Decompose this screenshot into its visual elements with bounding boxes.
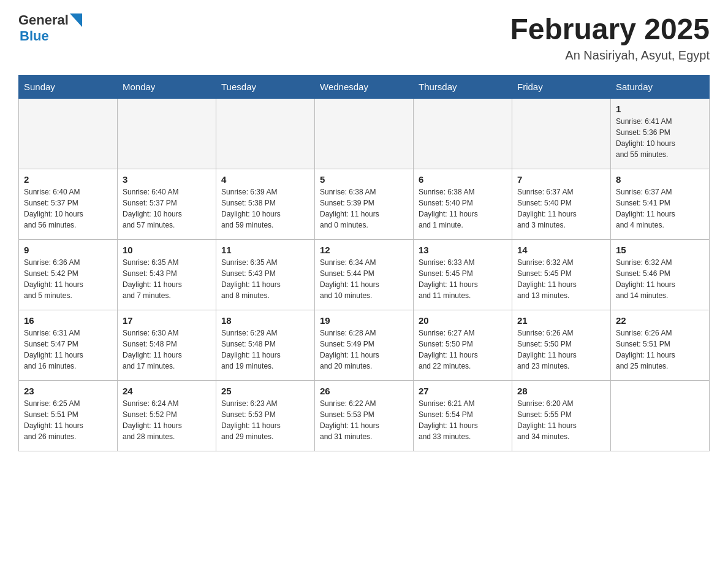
day-number: 26: [320, 386, 408, 396]
day-info: Sunrise: 6:35 AM Sunset: 5:43 PM Dayligh…: [123, 257, 211, 301]
day-number: 18: [221, 315, 309, 326]
weekday-header: Tuesday: [216, 75, 315, 99]
calendar-cell: 25Sunrise: 6:23 AM Sunset: 5:53 PM Dayli…: [216, 381, 315, 451]
day-info: Sunrise: 6:32 AM Sunset: 5:45 PM Dayligh…: [517, 257, 605, 301]
weekday-header: Monday: [118, 75, 216, 99]
weekday-header: Saturday: [611, 75, 710, 99]
day-number: 13: [419, 245, 507, 255]
day-number: 6: [419, 174, 507, 185]
calendar-week-row: 9Sunrise: 6:36 AM Sunset: 5:42 PM Daylig…: [19, 240, 710, 310]
day-info: Sunrise: 6:32 AM Sunset: 5:46 PM Dayligh…: [616, 257, 704, 301]
day-info: Sunrise: 6:20 AM Sunset: 5:55 PM Dayligh…: [517, 398, 605, 442]
calendar-cell: 14Sunrise: 6:32 AM Sunset: 5:45 PM Dayli…: [512, 240, 611, 310]
calendar-cell: [19, 99, 118, 169]
calendar-cell: 20Sunrise: 6:27 AM Sunset: 5:50 PM Dayli…: [414, 310, 512, 381]
day-info: Sunrise: 6:27 AM Sunset: 5:50 PM Dayligh…: [419, 327, 507, 372]
day-info: Sunrise: 6:33 AM Sunset: 5:45 PM Dayligh…: [419, 257, 507, 301]
calendar-cell: 1Sunrise: 6:41 AM Sunset: 5:36 PM Daylig…: [611, 99, 710, 169]
day-info: Sunrise: 6:34 AM Sunset: 5:44 PM Dayligh…: [320, 257, 408, 301]
calendar-cell: 2Sunrise: 6:40 AM Sunset: 5:37 PM Daylig…: [19, 169, 118, 240]
calendar-cell: [414, 99, 512, 169]
day-number: 7: [517, 174, 605, 185]
day-number: 22: [616, 315, 704, 326]
day-number: 16: [24, 315, 112, 326]
day-info: Sunrise: 6:23 AM Sunset: 5:53 PM Dayligh…: [221, 398, 309, 442]
day-number: 25: [221, 386, 309, 396]
svg-marker-0: [70, 13, 82, 27]
calendar-cell: 17Sunrise: 6:30 AM Sunset: 5:48 PM Dayli…: [118, 310, 216, 381]
calendar-cell: 6Sunrise: 6:38 AM Sunset: 5:40 PM Daylig…: [414, 169, 512, 240]
logo-blue: Blue: [20, 28, 49, 44]
day-number: 8: [616, 174, 704, 185]
day-number: 9: [24, 245, 112, 255]
calendar-cell: [611, 381, 710, 451]
calendar-cell: 3Sunrise: 6:40 AM Sunset: 5:37 PM Daylig…: [118, 169, 216, 240]
logo: General Blue: [18, 12, 82, 44]
day-info: Sunrise: 6:25 AM Sunset: 5:51 PM Dayligh…: [24, 398, 112, 442]
calendar-cell: [315, 99, 414, 169]
calendar-cell: 18Sunrise: 6:29 AM Sunset: 5:48 PM Dayli…: [216, 310, 315, 381]
calendar-title: February 2025: [510, 12, 710, 46]
calendar-cell: 22Sunrise: 6:26 AM Sunset: 5:51 PM Dayli…: [611, 310, 710, 381]
calendar-cell: 13Sunrise: 6:33 AM Sunset: 5:45 PM Dayli…: [414, 240, 512, 310]
calendar-cell: 23Sunrise: 6:25 AM Sunset: 5:51 PM Dayli…: [19, 381, 118, 451]
calendar-cell: 15Sunrise: 6:32 AM Sunset: 5:46 PM Dayli…: [611, 240, 710, 310]
day-info: Sunrise: 6:38 AM Sunset: 5:40 PM Dayligh…: [419, 186, 507, 231]
day-number: 2: [24, 174, 112, 185]
day-info: Sunrise: 6:26 AM Sunset: 5:51 PM Dayligh…: [616, 327, 704, 372]
day-info: Sunrise: 6:41 AM Sunset: 5:36 PM Dayligh…: [616, 116, 704, 160]
day-info: Sunrise: 6:28 AM Sunset: 5:49 PM Dayligh…: [320, 327, 408, 372]
day-number: 5: [320, 174, 408, 185]
calendar-cell: 11Sunrise: 6:35 AM Sunset: 5:43 PM Dayli…: [216, 240, 315, 310]
day-number: 12: [320, 245, 408, 255]
day-info: Sunrise: 6:24 AM Sunset: 5:52 PM Dayligh…: [123, 398, 211, 442]
day-number: 4: [221, 174, 309, 185]
day-number: 23: [24, 386, 112, 396]
weekday-header: Wednesday: [315, 75, 414, 99]
day-number: 28: [517, 386, 605, 396]
day-info: Sunrise: 6:40 AM Sunset: 5:37 PM Dayligh…: [123, 186, 211, 231]
weekday-header: Sunday: [19, 75, 118, 99]
day-info: Sunrise: 6:38 AM Sunset: 5:39 PM Dayligh…: [320, 186, 408, 231]
day-info: Sunrise: 6:22 AM Sunset: 5:53 PM Dayligh…: [320, 398, 408, 442]
day-info: Sunrise: 6:31 AM Sunset: 5:47 PM Dayligh…: [24, 327, 112, 372]
calendar-cell: 21Sunrise: 6:26 AM Sunset: 5:50 PM Dayli…: [512, 310, 611, 381]
day-info: Sunrise: 6:30 AM Sunset: 5:48 PM Dayligh…: [123, 327, 211, 372]
calendar-cell: 10Sunrise: 6:35 AM Sunset: 5:43 PM Dayli…: [118, 240, 216, 310]
calendar-cell: [512, 99, 611, 169]
weekday-header-row: SundayMondayTuesdayWednesdayThursdayFrid…: [19, 75, 710, 99]
calendar-week-row: 2Sunrise: 6:40 AM Sunset: 5:37 PM Daylig…: [19, 169, 710, 240]
calendar-table: SundayMondayTuesdayWednesdayThursdayFrid…: [18, 75, 710, 451]
calendar-cell: [216, 99, 315, 169]
calendar-cell: 26Sunrise: 6:22 AM Sunset: 5:53 PM Dayli…: [315, 381, 414, 451]
day-info: Sunrise: 6:36 AM Sunset: 5:42 PM Dayligh…: [24, 257, 112, 301]
day-info: Sunrise: 6:40 AM Sunset: 5:37 PM Dayligh…: [24, 186, 112, 231]
day-number: 21: [517, 315, 605, 326]
weekday-header: Thursday: [414, 75, 512, 99]
day-info: Sunrise: 6:37 AM Sunset: 5:40 PM Dayligh…: [517, 186, 605, 231]
calendar-cell: 19Sunrise: 6:28 AM Sunset: 5:49 PM Dayli…: [315, 310, 414, 381]
calendar-cell: 8Sunrise: 6:37 AM Sunset: 5:41 PM Daylig…: [611, 169, 710, 240]
logo-triangle-icon: [70, 13, 82, 27]
calendar-cell: 7Sunrise: 6:37 AM Sunset: 5:40 PM Daylig…: [512, 169, 611, 240]
day-info: Sunrise: 6:21 AM Sunset: 5:54 PM Dayligh…: [419, 398, 507, 442]
calendar-week-row: 1Sunrise: 6:41 AM Sunset: 5:36 PM Daylig…: [19, 99, 710, 169]
day-info: Sunrise: 6:29 AM Sunset: 5:48 PM Dayligh…: [221, 327, 309, 372]
day-number: 14: [517, 245, 605, 255]
day-number: 15: [616, 245, 704, 255]
calendar-week-row: 23Sunrise: 6:25 AM Sunset: 5:51 PM Dayli…: [19, 381, 710, 451]
day-info: Sunrise: 6:37 AM Sunset: 5:41 PM Dayligh…: [616, 186, 704, 231]
calendar-cell: 12Sunrise: 6:34 AM Sunset: 5:44 PM Dayli…: [315, 240, 414, 310]
day-number: 27: [419, 386, 507, 396]
day-number: 11: [221, 245, 309, 255]
calendar-week-row: 16Sunrise: 6:31 AM Sunset: 5:47 PM Dayli…: [19, 310, 710, 381]
calendar-cell: 24Sunrise: 6:24 AM Sunset: 5:52 PM Dayli…: [118, 381, 216, 451]
day-number: 24: [123, 386, 211, 396]
weekday-header: Friday: [512, 75, 611, 99]
day-number: 19: [320, 315, 408, 326]
calendar-cell: 27Sunrise: 6:21 AM Sunset: 5:54 PM Dayli…: [414, 381, 512, 451]
day-number: 20: [419, 315, 507, 326]
calendar-cell: 4Sunrise: 6:39 AM Sunset: 5:38 PM Daylig…: [216, 169, 315, 240]
day-number: 10: [123, 245, 211, 255]
calendar-subtitle: An Nasiriyah, Asyut, Egypt: [510, 48, 710, 63]
